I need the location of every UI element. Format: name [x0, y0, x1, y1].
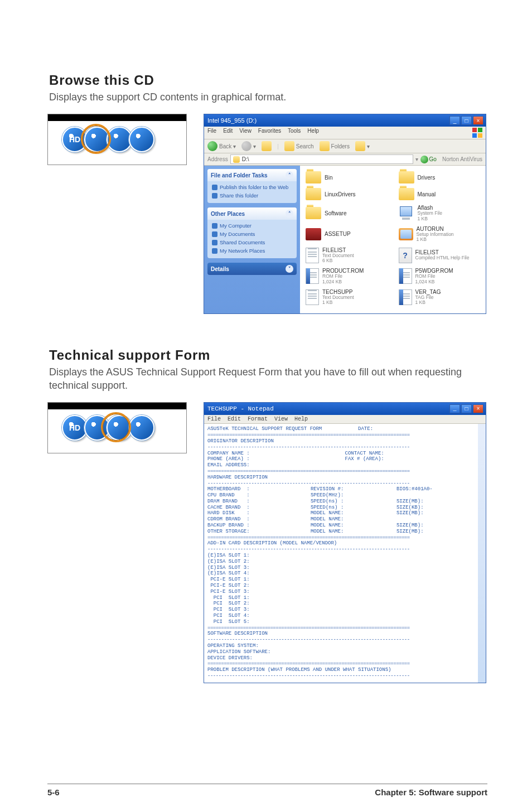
place-item[interactable]: Shared Documents — [212, 238, 292, 247]
separator: ----------------------------------------… — [207, 445, 482, 451]
menu-file[interactable]: File — [207, 416, 221, 422]
place-item[interactable]: My Network Places — [212, 247, 292, 255]
content-item[interactable]: AflashSystem File 1 KB — [399, 205, 481, 221]
folder-contents: BinDriversLinuxDriversManualSoftwareAfla… — [300, 166, 486, 313]
prob-header: PROBLEM DESCRIPTION (WHAT PROBLEMS AND U… — [207, 667, 482, 673]
content-item[interactable]: VER_TAGTAG File 1 KB — [399, 289, 481, 306]
content-item[interactable]: P5WDGP.ROMROM File 1,024 KB — [399, 268, 481, 284]
place-label: Shared Documents — [220, 239, 265, 245]
item-name: Bin — [325, 175, 332, 181]
menu-format[interactable]: Format — [248, 416, 268, 422]
up-button[interactable] — [262, 141, 272, 151]
minimize-button[interactable]: _ — [449, 404, 460, 413]
thumbnail-box: HD — [47, 402, 187, 453]
menu-edit[interactable]: Edit — [223, 128, 233, 138]
content-item[interactable]: AUTORUNSetup Information 1 KB — [399, 226, 481, 243]
publish-icon — [212, 185, 217, 190]
back-button[interactable]: Back ▾ — [207, 141, 236, 151]
back-label: Back — [219, 143, 231, 149]
item-text: PRODUCT.ROMROM File 1,024 KB — [322, 268, 364, 284]
separator: ========================================… — [207, 535, 482, 541]
menu-view[interactable]: View — [274, 416, 288, 422]
sw-header: SOFTWARE DESCRIPTION — [207, 631, 482, 637]
network-icon — [212, 248, 217, 254]
task-item[interactable]: Publish this folder to the Web — [212, 183, 292, 191]
content-item[interactable]: Manual — [399, 188, 481, 200]
place-label: My Network Places — [220, 248, 265, 254]
views-icon — [355, 141, 365, 151]
item-text: P5WDGP.ROMROM File 1,024 KB — [415, 268, 453, 284]
menu-favorites[interactable]: Favorites — [258, 128, 281, 138]
menu-file[interactable]: File — [207, 128, 216, 138]
menu-edit[interactable]: Edit — [228, 416, 241, 422]
close-button[interactable]: × — [473, 116, 483, 125]
text-icon — [306, 289, 319, 305]
task-item[interactable]: Share this folder — [212, 191, 292, 200]
item-sub: System File 1 KB — [418, 211, 442, 221]
place-item[interactable]: My Documents — [212, 230, 292, 238]
menu-help[interactable]: Help — [294, 416, 308, 422]
place-item[interactable]: My Computer — [212, 221, 292, 230]
links-label[interactable]: Norton AntiVirus — [442, 156, 482, 162]
orig-cols: COMPANY NAME : PHONE (AREA) : EMAIL ADDR… — [207, 451, 482, 468]
folders-icon — [320, 141, 330, 151]
folders-button[interactable]: Folders — [320, 141, 350, 151]
item-text: Manual — [418, 191, 436, 197]
computer-icon — [212, 223, 217, 229]
orb-row: HD — [62, 415, 154, 441]
forward-button[interactable]: ▾ — [241, 141, 256, 151]
views-button[interactable]: ▾ — [355, 141, 370, 151]
folder-icon — [399, 188, 414, 200]
item-sub: Text Document 6 KB — [322, 253, 354, 264]
item-sub: Setup Information 1 KB — [417, 232, 454, 243]
orig-header: ORIGINATOR DESCRIPTION — [207, 438, 482, 445]
content-item[interactable]: FILELISTText Document 6 KB — [306, 247, 388, 264]
item-text: FILELISTText Document 6 KB — [322, 247, 354, 264]
explorer-titlebar: Intel 945_955 (D:) _ □ × — [204, 114, 486, 127]
close-button[interactable]: × — [473, 404, 483, 413]
content-item[interactable]: PRODUCT.ROMROM File 1,024 KB — [306, 268, 388, 284]
item-text: ASSETUP — [325, 231, 351, 237]
item-text: AflashSystem File 1 KB — [418, 205, 442, 221]
content-item[interactable]: Bin — [306, 171, 388, 183]
item-text: TECHSUPPText Document 1 KB — [322, 289, 354, 306]
content-item[interactable]: LinuxDrivers — [306, 188, 388, 200]
content-item[interactable]: ASSETUP — [306, 226, 388, 243]
tasks-panel-head[interactable]: File and Folder Tasks ˄ — [207, 169, 297, 181]
details-panel-head[interactable]: Details ˅ — [207, 263, 297, 275]
content-item[interactable]: Drivers — [399, 171, 481, 183]
search-button[interactable]: Search — [284, 141, 314, 151]
places-panel-head[interactable]: Other Places ˄ — [207, 207, 297, 220]
hw-cols: MOTHERBOARD : CPU BRAND : DRAM BRAND : C… — [207, 486, 482, 534]
menu-tools[interactable]: Tools — [288, 128, 301, 138]
address-field[interactable]: D:\ — [230, 154, 413, 164]
sys-icon — [399, 206, 414, 220]
chevron-up-icon: ˄ — [286, 210, 293, 218]
page-number: 5-6 — [47, 787, 60, 797]
task-label: Share this folder — [220, 192, 258, 199]
separator: ----------------------------------------… — [207, 547, 482, 553]
search-label: Search — [296, 143, 314, 149]
notepad-title: TECHSUPP - Notepad — [206, 405, 448, 412]
maximize-button[interactable]: □ — [461, 404, 472, 413]
chevron-up-icon: ˄ — [286, 171, 293, 179]
chapter-label: Chapter 5: Software support — [375, 787, 487, 797]
drive-icon — [233, 156, 240, 163]
maximize-button[interactable]: □ — [461, 116, 472, 125]
notepad-screenshot: TECHSUPP - Notepad _ □ × File Edit Forma… — [204, 402, 487, 683]
folders-label: Folders — [331, 143, 350, 149]
go-button[interactable]: Go — [420, 156, 437, 163]
menu-help[interactable]: Help — [307, 128, 319, 138]
separator: ========================================… — [207, 432, 482, 438]
browse-row: HD Intel 945_955 (D:) _ □ × File — [47, 114, 487, 313]
browse-heading: Browse this CD — [49, 73, 487, 88]
content-item[interactable]: TECHSUPPText Document 1 KB — [306, 289, 388, 306]
content-item[interactable]: FILELISTCompiled HTML Help File — [399, 247, 481, 264]
browse-desc: Displays the support CD contents in grap… — [49, 90, 487, 104]
menu-view[interactable]: View — [239, 128, 252, 138]
minimize-button[interactable]: _ — [449, 116, 460, 125]
notepad-body[interactable]: ASUSTeK TECHNICAL SUPPORT REQUEST FORM D… — [204, 424, 486, 682]
item-text: AUTORUNSetup Information 1 KB — [417, 226, 454, 243]
tasks-title: File and Folder Tasks — [211, 172, 268, 178]
content-item[interactable]: Software — [306, 205, 388, 221]
